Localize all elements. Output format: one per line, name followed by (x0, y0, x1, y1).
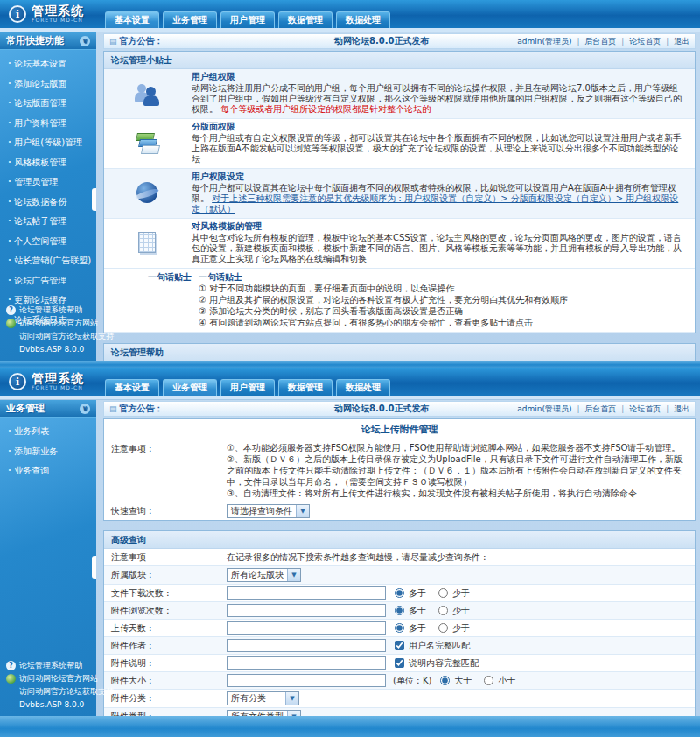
link-logout[interactable]: 退出 (674, 404, 690, 415)
oneliner-item: ① 对于不同功能模块的页面，要仔细看页面中的说明，以免误操作 (199, 283, 686, 294)
tab-basic-settings[interactable]: 基本设置 (105, 11, 159, 28)
link-forum-home[interactable]: 论坛首页 (629, 404, 661, 415)
sidebar-item-posts[interactable]: 论坛帖子管理 (8, 215, 94, 228)
description-label: 附件说明： (104, 657, 227, 670)
view-count-label: 附件浏览次数： (104, 605, 227, 617)
help-icon: ? (6, 661, 16, 670)
view-more-radio[interactable] (395, 606, 404, 615)
permission-globe-icon (135, 180, 161, 207)
adv-note-text: 在记录很多的情况下搜索条件越多查询越慢，请尽量减少查询条件： (227, 551, 489, 564)
tab-basic-settings[interactable]: 基本设置 (105, 379, 159, 396)
author-exact-checkbox[interactable] (395, 641, 404, 650)
sidebar-item-ads[interactable]: 论坛广告管理 (8, 275, 94, 287)
sidebar-item-usergroup[interactable]: 用户组(等级)管理 (8, 137, 94, 149)
description-input[interactable] (227, 656, 386, 670)
attachment-manage-panel: 论坛上传附件管理 注意事项： ①、本功能必须服务器支持FSO权限方能使用，FSO… (103, 418, 696, 521)
sidebar-site-label: 访问动网论坛官方网站 (19, 319, 98, 328)
sidebar-list: 论坛基本设置 添加论坛版面 论坛版面管理 用户资料管理 用户组(等级)管理 风格… (0, 50, 96, 326)
more-label: 多于 (409, 587, 426, 600)
upload-days-input[interactable] (227, 621, 386, 635)
link-forum-home[interactable]: 论坛首页 (629, 36, 661, 47)
size-greater-radio[interactable] (440, 676, 450, 685)
category-label: 附件分类： (104, 692, 227, 705)
sidebar-item-template[interactable]: 风格模板管理 (8, 157, 94, 169)
sidebar-drag-handle[interactable] (92, 556, 96, 579)
sidebar-item-backup[interactable]: 论坛数据备份 (8, 196, 94, 208)
tab-data[interactable]: 数据管理 (278, 379, 332, 396)
size-row: 附件大小： (单位：K) 大于 小于 (104, 672, 695, 690)
tab-business[interactable]: 业务管理 (163, 379, 217, 396)
oneliner-tips-row: 一句话贴士 一句话贴士 ① 对于不同功能模块的页面，要仔细看页面中的说明，以免误… (104, 269, 695, 333)
download-less-radio[interactable] (438, 588, 448, 598)
category-select[interactable]: 所有分类 ▼ (227, 691, 299, 705)
download-count-input[interactable] (227, 586, 386, 600)
sidebar-support-link[interactable]: 访问动网官方论坛获取支持 (6, 332, 94, 341)
size-smaller-radio[interactable] (484, 676, 494, 685)
filetype-select[interactable]: 所有文件类型 ▼ (227, 710, 301, 716)
link-admin-home[interactable]: 后台首页 (584, 36, 616, 47)
link-logout[interactable]: 退出 (674, 36, 690, 47)
section-gap (103, 333, 696, 341)
tab-processing[interactable]: 数据处理 (336, 11, 390, 28)
sidebar-title: 业务管理 (6, 402, 45, 415)
tab-users[interactable]: 用户管理 (220, 379, 275, 396)
author-input[interactable] (227, 639, 386, 652)
sidebar-item-space[interactable]: 个人空间管理 (8, 235, 94, 248)
download-more-radio[interactable] (395, 588, 404, 598)
view-less-radio[interactable] (438, 606, 448, 615)
view-count-input[interactable] (227, 604, 386, 617)
size-unit-label: (单位：K) (393, 675, 431, 687)
smaller-label: 小于 (498, 675, 515, 687)
sidebar-official-site-link[interactable]: 访问动网论坛官方网站 (6, 319, 94, 328)
quick-query-selected: 请选择查询条件 (228, 505, 296, 517)
sidebar-item-forum-basic-settings[interactable]: 论坛基本设置 (8, 58, 94, 70)
help-section-header: 论坛管理帮助 (104, 344, 695, 361)
sidebar-item-admins[interactable]: 管理员管理 (8, 176, 94, 188)
days-less-radio[interactable] (438, 623, 448, 633)
adv-note-row: 注意事项 在记录很多的情况下搜索条件越多查询越慢，请尽量减少查询条件： (104, 549, 695, 566)
oneliner-item: ④ 有问题请到动网论坛官方站点提问，有很多热心的朋友会帮忙，查看更多贴士请点击 (199, 317, 686, 328)
upload-days-row: 上传天数： 多于 少于 (104, 620, 695, 637)
category-row: 附件分类： 所有分类 ▼ (104, 690, 695, 708)
tab-business[interactable]: 业务管理 (163, 11, 217, 28)
sidebar-drag-handle[interactable] (92, 188, 96, 211)
quick-query-select[interactable]: 请选择查询条件 ▼ (227, 504, 310, 518)
tab-data[interactable]: 数据管理 (278, 11, 332, 28)
sidebar-help-link[interactable]: ?论坛管理系统帮助 (6, 661, 94, 670)
sidebar-item-business-query[interactable]: 业务查询 (8, 465, 94, 477)
tab-processing[interactable]: 数据处理 (336, 379, 390, 396)
chevron-down-icon[interactable]: ∨ (80, 404, 90, 414)
sidebar-help-link[interactable]: ?论坛管理系统帮助 (6, 305, 94, 315)
sidebar-item-board-manage[interactable]: 论坛版面管理 (8, 97, 94, 109)
sidebar-item-user-profile[interactable]: 用户资料管理 (8, 117, 94, 130)
link-admin-home[interactable]: 后台首页 (584, 404, 616, 415)
tip-title: 用户权限设定 (192, 172, 686, 182)
tip-priority-link[interactable]: 对于上述三种权限需要注意的是其优先级顺序为：用户权限设置（自定义）> 分版面权限… (192, 193, 678, 214)
board-select[interactable]: 所有论坛版块 ▼ (227, 568, 301, 582)
tab-users[interactable]: 用户管理 (220, 11, 275, 28)
notice-line: ③、自动清理文件：将对所有上传文件进行核实，如发现文件没有被相关帖子所使用，将执… (227, 488, 688, 499)
tip-text: 其中包含对论坛所有模板的管理，模板中论坛的基本CSS设置，论坛主风格的更改，论坛… (192, 233, 682, 263)
nav-tabs: 基本设置 业务管理 用户管理 数据管理 数据处理 (105, 11, 390, 28)
link-admin-user[interactable]: admin(管理员) (517, 404, 571, 415)
admin-screen-attachments: i 管理系统 FORETU MD-CN 基本设置 业务管理 用户管理 数据管理 … (0, 368, 700, 737)
sidebar-help-label: 论坛管理系统帮助 (19, 305, 82, 315)
description-exact-checkbox[interactable] (395, 658, 404, 668)
users-icon (135, 81, 161, 107)
sidebar-support-link[interactable]: 访问动网官方论坛获取支持 (6, 687, 94, 697)
sidebar-item-marketing[interactable]: 站长营销(广告联盟) (8, 255, 94, 267)
admin-screen-tips: i 管理系统 FORETU MD-CN 基本设置 业务管理 用户管理 数据管理 … (0, 0, 700, 368)
sidebar-item-add-business[interactable]: 添加新业务 (8, 446, 94, 458)
sidebar-official-site-link[interactable]: 访问动网论坛官方网站 (6, 674, 94, 684)
tips-section-header: 论坛管理小贴士 (104, 52, 695, 69)
size-input[interactable] (227, 674, 386, 687)
page-title: 论坛上传附件管理 (104, 419, 695, 439)
link-admin-user[interactable]: admin(管理员) (517, 36, 571, 47)
chevron-down-icon[interactable]: ∨ (80, 36, 90, 46)
notice-line: ②、新版（ＤＶ６）之后的版本上传目录保存被定义为UploadFile，只有该目录… (227, 453, 688, 488)
tips-panel: 论坛管理小贴士 用户组权限 动网论坛将注册用户分成不同的用户组，每个用户组可以拥… (103, 51, 696, 333)
sidebar-footer: ?论坛管理系统帮助 访问动网论坛官方网站 访问动网官方论坛获取支持 Dvbbs.… (6, 302, 94, 354)
sidebar-item-business-list[interactable]: 业务列表 (8, 425, 94, 438)
days-more-radio[interactable] (395, 623, 404, 633)
sidebar-item-add-board[interactable]: 添加论坛版面 (8, 78, 94, 90)
